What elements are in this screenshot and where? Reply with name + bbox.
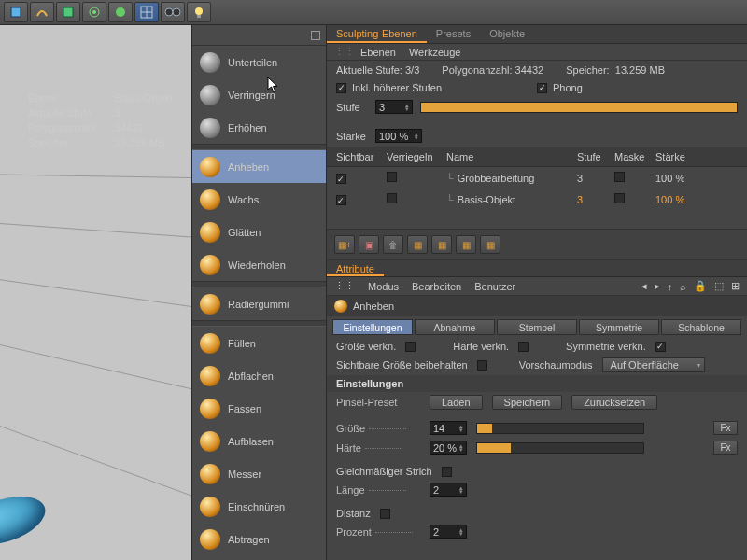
pbtn-schablone[interactable]: Schablone (661, 319, 741, 335)
layer-row[interactable]: ✓└Basis-Objekt3100 % (327, 189, 747, 210)
attr-section-tabs: Einstellungen Abnahme Stempel Symmetrie … (327, 316, 747, 338)
layer-b-icon[interactable]: ▦ (431, 235, 452, 254)
tab-attribute[interactable]: Attribute (327, 260, 384, 276)
cube2-icon[interactable] (56, 2, 80, 22)
chk-lock[interactable] (387, 172, 397, 182)
lbl-sichtbare-groesse: Sichtbare Größe beibehalten (336, 359, 468, 371)
mesh-object[interactable] (0, 487, 51, 553)
lbl-phong: Phong (553, 82, 583, 93)
tool-unterteilen[interactable]: Unterteilen (192, 46, 326, 78)
chk-inkl-hoherer[interactable]: ✓ (336, 83, 346, 93)
viewport[interactable]: Ebene: Basis-Objekt Aktuelle Stufe: 3 Po… (0, 25, 191, 560)
tool-fassen[interactable]: Fassen (192, 392, 326, 425)
grid-icon[interactable] (134, 2, 159, 22)
pin-icon[interactable]: ⬚ (714, 280, 724, 292)
chk-mask[interactable] (614, 193, 625, 203)
bulb-icon[interactable] (187, 2, 211, 22)
tool-messer[interactable]: Messer (192, 457, 326, 490)
layer-d-icon[interactable]: ▦ (480, 235, 500, 254)
tool-abtragen[interactable]: Abtragen (192, 523, 326, 555)
input-haerte[interactable]: 20 %▴▾ (430, 441, 467, 455)
pbtn-einstellungen[interactable]: Einstellungen (332, 319, 413, 335)
slider-groesse[interactable] (476, 423, 644, 434)
slider-haerte[interactable] (476, 442, 644, 454)
tool-wachs[interactable]: Wachs (192, 183, 326, 216)
tool-füllen[interactable]: Füllen (192, 327, 326, 359)
tool-icon (200, 118, 220, 138)
tool-einschnüren[interactable]: Einschnüren (192, 490, 326, 523)
chk-visible[interactable]: ✓ (336, 174, 346, 184)
undock-icon[interactable] (311, 31, 320, 40)
curl-icon[interactable] (30, 2, 54, 22)
status-line: Aktuelle Stufe: 3/3 Polygonanzahl: 34432… (327, 61, 747, 79)
chk-visible[interactable]: ✓ (336, 195, 346, 205)
chk-sichtbare-groesse[interactable] (477, 360, 487, 371)
chk-distanz[interactable] (380, 509, 390, 519)
chk-mask[interactable] (614, 172, 625, 182)
dd-vorschaumodus[interactable]: Auf Oberfläche (602, 357, 705, 372)
btn-speichern[interactable]: Speichern (492, 395, 563, 410)
nav-up-icon[interactable]: ↑ (668, 281, 673, 292)
menu-benutzer[interactable]: Benutzer (474, 281, 515, 292)
chk-gleichm-strich[interactable] (442, 467, 452, 477)
bulb-green-icon[interactable] (108, 2, 133, 22)
tool-label: Verringern (228, 90, 275, 101)
top-toolbar (0, 0, 747, 25)
chk-symmetrie-verkn[interactable]: ✓ (655, 342, 666, 352)
nav-fwd-icon[interactable]: ▸ (655, 280, 660, 292)
subtab-ebenen[interactable]: Ebenen (360, 47, 396, 58)
subtab-werkzeuge[interactable]: Werkzeuge (409, 47, 460, 58)
input-groesse[interactable]: 14▴▾ (430, 421, 467, 435)
chk-lock[interactable] (387, 193, 397, 203)
layer-table-header: Sichtbar Verriegeln Name Stufe Maske Stä… (327, 147, 747, 167)
layer-row[interactable]: ✓└Grobbearbeitung3100 % (327, 167, 747, 189)
tool-label: Messer (228, 469, 261, 480)
grip-icon[interactable]: ⋮⋮ (334, 280, 355, 292)
tool-aufblasen[interactable]: Aufblasen (192, 425, 326, 457)
layer-name: Basis-Objekt (458, 194, 515, 205)
pbtn-stempel[interactable]: Stempel (497, 319, 577, 335)
tool-icon (200, 366, 220, 386)
tool-label: Radiergummi (228, 299, 289, 310)
lbl-stufe: Stufe (336, 102, 368, 113)
input-staerke[interactable]: 100 %▴▾ (375, 129, 422, 143)
search-icon[interactable]: ⌕ (680, 281, 686, 292)
btn-fx-groesse[interactable]: Fx (713, 421, 738, 435)
btn-fx-haerte[interactable]: Fx (713, 441, 738, 455)
tool-radiergummi[interactable]: Radiergummi (192, 287, 326, 320)
menu-bearbeiten[interactable]: Bearbeiten (412, 281, 461, 292)
goggles-icon[interactable] (161, 2, 185, 22)
tab-sculpting-ebenen[interactable]: Sculpting-Ebenen (327, 25, 427, 43)
grip-icon[interactable]: ⋮⋮ (334, 46, 347, 58)
pbtn-abnahme[interactable]: Abnahme (415, 319, 495, 335)
slider-stufe[interactable] (420, 102, 738, 113)
chk-phong[interactable]: ✓ (537, 83, 547, 93)
tool-wiederholen[interactable]: Wiederholen (192, 248, 326, 281)
tool-abflachen[interactable]: Abflachen (192, 359, 326, 392)
btn-laden[interactable]: Laden (430, 395, 483, 410)
add-layer-icon[interactable]: ▦+ (334, 235, 355, 254)
svg-rect-0 (11, 7, 21, 17)
lock-icon[interactable]: 🔒 (694, 280, 707, 292)
tool-verringern[interactable]: Verringern (192, 78, 326, 111)
section-einstellungen: Einstellungen (327, 375, 747, 392)
more-icon[interactable]: ⊞ (731, 280, 740, 292)
tool-anheben[interactable]: Anheben (192, 150, 326, 183)
tool-icon (200, 255, 220, 275)
atom-icon[interactable] (82, 2, 106, 22)
input-stufe[interactable]: 3▴▾ (375, 100, 413, 114)
layer-c-icon[interactable]: ▦ (456, 235, 476, 254)
chk-groesse-verkn[interactable] (405, 342, 416, 352)
cube-icon[interactable] (4, 2, 28, 22)
pbtn-symmetrie[interactable]: Symmetrie (579, 319, 659, 335)
layer-a-icon[interactable]: ▦ (407, 235, 428, 254)
tab-objekte[interactable]: Objekte (480, 25, 534, 43)
tool-glätten[interactable]: Glätten (192, 216, 326, 248)
nav-back-icon[interactable]: ◂ (641, 280, 647, 292)
tab-presets[interactable]: Presets (427, 25, 480, 43)
menu-modus[interactable]: Modus (368, 281, 399, 292)
btn-zuruecksetzen[interactable]: Zurücksetzen (571, 395, 657, 410)
chk-haerte-verkn[interactable] (518, 342, 529, 352)
folder-icon[interactable]: ▣ (359, 235, 379, 254)
trash-icon[interactable]: 🗑 (383, 235, 403, 254)
